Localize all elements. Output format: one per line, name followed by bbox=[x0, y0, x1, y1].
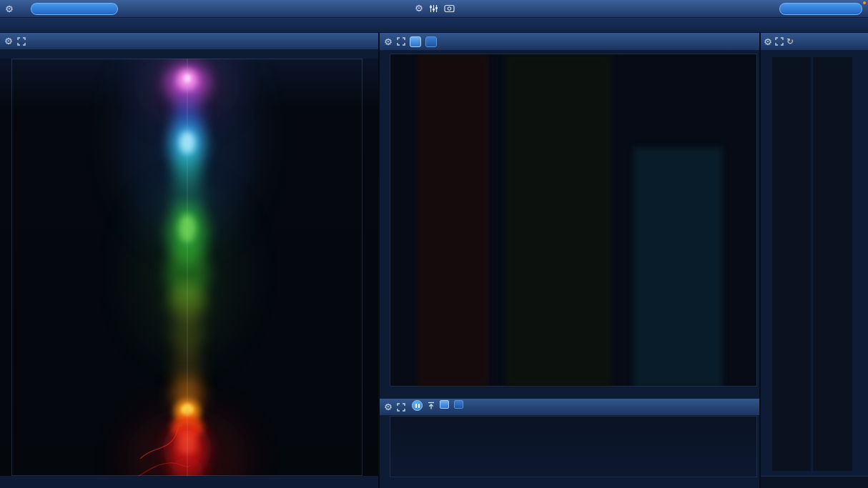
settings-gear-icon[interactable]: ⚙ bbox=[5, 4, 14, 14]
top-toolbar: ⚙ ⚙ bbox=[0, 0, 868, 18]
rms-meter-area bbox=[761, 57, 868, 471]
global-settings-icon[interactable]: ⚙ bbox=[415, 4, 423, 13]
rms-meter-right[interactable] bbox=[813, 57, 852, 471]
io-sliders-icon[interactable] bbox=[429, 4, 438, 13]
magnitude-view-2-button[interactable] bbox=[454, 400, 463, 409]
spatial-spectrogram-panel: ⚙ bbox=[0, 33, 378, 488]
display-capture-icon[interactable] bbox=[444, 4, 455, 13]
spatial-spectrogram-plot[interactable] bbox=[0, 59, 378, 476]
rms-footer-label bbox=[761, 476, 868, 488]
magnitude-x-axis bbox=[380, 478, 759, 488]
spatial-fullscreen-icon[interactable] bbox=[17, 37, 26, 46]
notification-dot bbox=[863, 1, 866, 4]
preset-selector-button[interactable] bbox=[779, 3, 862, 15]
spectrogram-canvas bbox=[390, 54, 758, 387]
magnitude-spectrum-canvas bbox=[390, 417, 758, 478]
spectrogram-panel: ⚙ bbox=[380, 33, 759, 399]
spatial-settings-gear-icon[interactable]: ⚙ bbox=[4, 36, 13, 46]
hardware-input-button[interactable] bbox=[31, 3, 118, 15]
magnitude-panel-header: ⚙ bbox=[380, 399, 759, 416]
spectrogram-view-1-button[interactable] bbox=[410, 36, 421, 47]
spatial-spectrogram-canvas bbox=[0, 59, 378, 476]
spectrogram-panel-header: ⚙ bbox=[380, 33, 759, 51]
spectrogram-view-2-button[interactable] bbox=[425, 36, 437, 47]
magnitude-fullscreen-icon[interactable] bbox=[397, 403, 405, 412]
magnitude-spectrum-panel: ⚙ bbox=[380, 399, 759, 488]
peak-hold-reset-icon[interactable] bbox=[427, 402, 435, 410]
magnitude-y-axis bbox=[390, 417, 412, 478]
rms-panel-header: ⚙ ↻ bbox=[761, 33, 868, 51]
rms-fullscreen-icon[interactable] bbox=[775, 37, 784, 46]
rms-metering-panel: ⚙ ↻ bbox=[761, 33, 868, 488]
magnitude-view-1-button[interactable] bbox=[440, 400, 449, 409]
nebula-analyzer-app: ⚙ ⚙ ⚙ bbox=[0, 0, 868, 488]
magnitude-plot[interactable] bbox=[390, 416, 757, 477]
rms-meter-left[interactable] bbox=[772, 57, 811, 471]
rms-settings-gear-icon[interactable]: ⚙ bbox=[764, 37, 772, 46]
spectrogram-x-axis bbox=[380, 388, 759, 398]
rms-reset-refresh-icon[interactable]: ↻ bbox=[786, 37, 794, 46]
status-bar bbox=[0, 18, 868, 33]
spectrogram-settings-gear-icon[interactable]: ⚙ bbox=[384, 37, 393, 46]
spatial-panel-header: ⚙ bbox=[0, 33, 378, 50]
spectrogram-fullscreen-icon[interactable] bbox=[397, 37, 405, 46]
freeze-pause-button[interactable] bbox=[412, 400, 423, 411]
spectrogram-plot[interactable] bbox=[390, 54, 757, 387]
magnitude-settings-gear-icon[interactable]: ⚙ bbox=[384, 402, 393, 412]
